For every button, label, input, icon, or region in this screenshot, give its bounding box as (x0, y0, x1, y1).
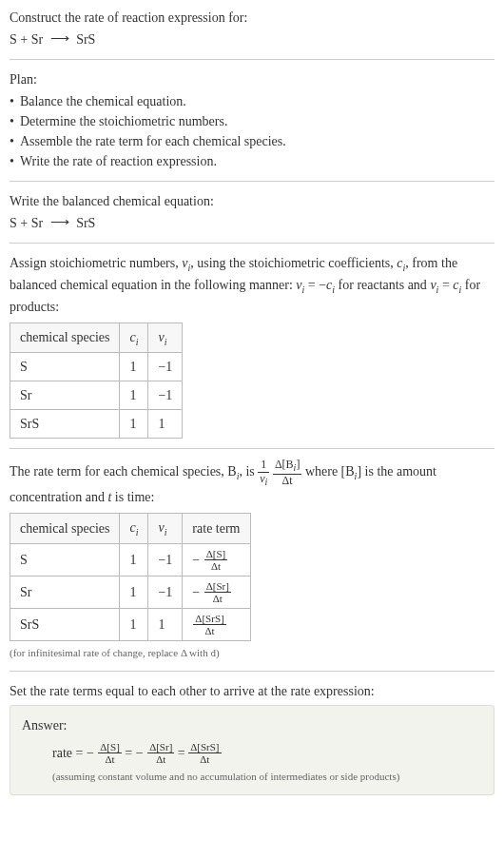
rate-word: rate = (52, 746, 87, 760)
plan-list: •Balance the chemical equation. •Determi… (10, 91, 494, 171)
stoich-text: Assign stoichiometric numbers, νi, using… (10, 253, 494, 317)
balanced-reaction-lhs: S + Sr (10, 216, 43, 230)
cell-ci: 1 (120, 609, 148, 641)
fraction: Δ[Sr] Δt (147, 741, 174, 765)
rate-text-part: is time: (111, 490, 154, 504)
answer-note: (assuming constant volume and no accumul… (52, 769, 482, 785)
col-species: chemical species (10, 513, 120, 543)
divider (10, 181, 494, 182)
plan-item-text: Balance the chemical equation. (20, 91, 186, 111)
cell-species: S (10, 353, 120, 381)
fraction: 1 νi (258, 459, 269, 487)
neg-sign: − (192, 585, 200, 599)
cell-rate: − Δ[Sr] Δt (183, 576, 250, 608)
plan-item-text: Determine the stoichiometric numbers. (20, 111, 228, 131)
cell-species: Sr (10, 576, 120, 608)
sub-i: i (265, 477, 268, 487)
bullet-icon: • (10, 111, 14, 131)
equals: = (125, 746, 135, 760)
fraction: Δ[SrS] Δt (193, 613, 225, 636)
frac-num: Δ[Sr] (147, 741, 174, 753)
stoich-text-part: Assign stoichiometric numbers, (10, 256, 182, 270)
cell-nui: −1 (148, 576, 183, 608)
cell-nui: 1 (148, 410, 183, 439)
divider (10, 448, 494, 449)
balanced-title: Write the balanced chemical equation: (10, 191, 494, 211)
fraction: Δ[Bi] Δt (273, 459, 302, 487)
sub-i: i (136, 336, 139, 346)
intro-prompt: Construct the rate of reaction expressio… (10, 8, 494, 28)
plan-item-text: Assemble the rate term for each chemical… (20, 131, 286, 151)
frac-den: Δt (204, 560, 228, 572)
frac-den: νi (258, 473, 269, 487)
stoich-section: Assign stoichiometric numbers, νi, using… (10, 253, 494, 439)
sub-i: i (136, 527, 139, 538)
col-nui: νi (148, 513, 183, 543)
fraction: Δ[S] Δt (204, 548, 228, 572)
frac-den: Δt (204, 593, 231, 604)
frac-den: Δt (193, 625, 225, 636)
rate-term-table: chemical species ci νi rate term S 1 −1 … (10, 513, 251, 641)
table-row: Sr 1 −1 − Δ[Sr] Δt (10, 576, 251, 608)
rate-text-part: where [B (305, 464, 355, 479)
divider (10, 671, 494, 672)
cell-rate: Δ[SrS] Δt (183, 609, 250, 641)
cell-ci: 1 (120, 410, 148, 439)
cell-nui: −1 (148, 381, 183, 410)
table-row: SrS 1 1 Δ[SrS] Δt (10, 609, 251, 641)
bullet-icon: • (10, 151, 14, 171)
frac-num: Δ[S] (204, 548, 228, 560)
cell-nui: 1 (148, 609, 183, 641)
neg-sign: − (87, 746, 94, 760)
stoich-text-part: = − (304, 278, 326, 292)
frac-num: Δ[Bi] (273, 459, 302, 474)
reaction-arrow-icon: ⟶ (50, 212, 69, 232)
cell-ci: 1 (120, 353, 148, 381)
plan-item: •Assemble the rate term for each chemica… (10, 131, 494, 151)
cell-nui: −1 (148, 353, 183, 381)
plan-item: •Balance the chemical equation. (10, 91, 494, 111)
plan-item: •Determine the stoichiometric numbers. (10, 111, 494, 131)
table-row: SrS 1 1 (10, 410, 183, 439)
plan-item-text: Write the rate of reaction expression. (20, 151, 217, 171)
bullet-icon: • (10, 131, 14, 151)
plan-title: Plan: (10, 69, 494, 89)
cell-rate: − Δ[S] Δt (183, 543, 250, 576)
frac-num-text: ] (296, 458, 300, 471)
frac-den: Δt (98, 753, 122, 765)
intro-reaction-lhs: S + Sr (10, 32, 43, 47)
intro-section: Construct the rate of reaction expressio… (10, 8, 494, 49)
cell-ci: 1 (120, 381, 148, 410)
frac-num: Δ[Sr] (204, 580, 231, 593)
col-species: chemical species (10, 322, 120, 353)
rate-term-section: The rate term for each chemical species,… (10, 459, 494, 660)
col-rate: rate term (183, 513, 250, 543)
stoich-table: chemical species ci νi S 1 −1 Sr 1 −1 Sr… (10, 322, 183, 440)
final-title: Set the rate terms equal to each other t… (10, 681, 494, 701)
table-header-row: chemical species ci νi (10, 322, 183, 353)
final-section: Set the rate terms equal to each other t… (10, 681, 494, 701)
cell-species: SrS (10, 609, 120, 641)
equals: = (178, 746, 188, 760)
stoich-text-part: for reactants and (335, 278, 430, 292)
frac-num-text: Δ[B (275, 458, 294, 471)
table-row: Sr 1 −1 (10, 381, 183, 410)
rate-text-part: The rate term for each chemical species,… (10, 464, 237, 479)
cell-ci: 1 (120, 543, 148, 576)
rate-term-note: (for infinitesimal rate of change, repla… (10, 645, 494, 661)
rate-term-text: The rate term for each chemical species,… (10, 459, 494, 507)
balanced-reaction-rhs: SrS (76, 216, 95, 230)
frac-num: 1 (258, 459, 269, 472)
cell-ci: 1 (120, 576, 148, 608)
col-nui: νi (148, 322, 183, 353)
divider (10, 243, 494, 244)
frac-den: Δt (147, 753, 174, 765)
col-ci: ci (120, 322, 148, 353)
balanced-reaction: S + Sr ⟶ SrS (10, 213, 494, 233)
plan-section: Plan: •Balance the chemical equation. •D… (10, 69, 494, 171)
divider (10, 59, 494, 60)
table-row: S 1 −1 (10, 353, 183, 381)
cell-nui: −1 (148, 543, 183, 576)
sub-i: i (165, 527, 167, 538)
neg-sign: − (136, 746, 144, 760)
